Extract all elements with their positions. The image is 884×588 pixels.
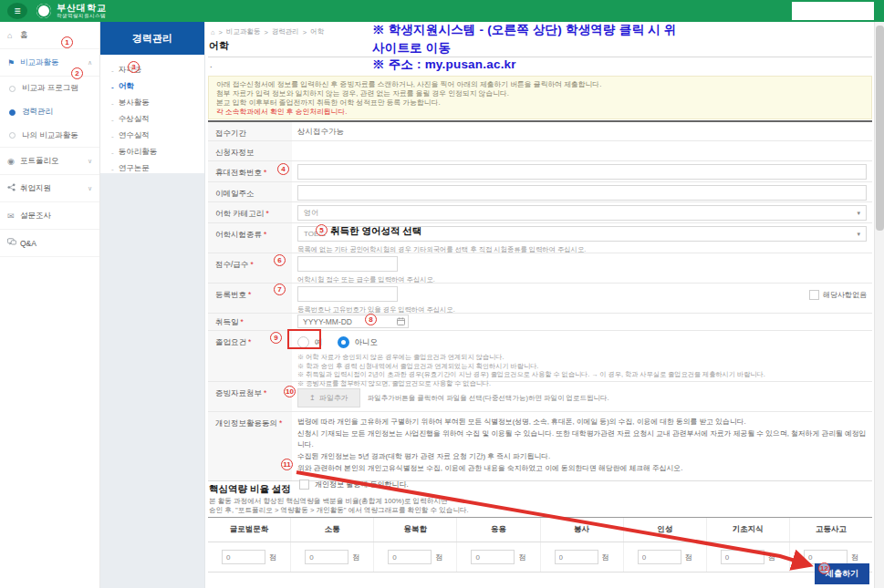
required-mark: * xyxy=(264,388,266,397)
stray-dot-text: . xyxy=(210,60,213,69)
submenu-item-volunteer[interactable]: -봉사활동 xyxy=(100,95,204,111)
sidebar-item-my-extracurricular[interactable]: 나의 비교과활동 xyxy=(0,124,99,148)
breadcrumb-item[interactable]: 비교과활동 xyxy=(226,27,261,36)
competency-col-header: 소통 xyxy=(291,518,374,542)
competency-input-row: 점 점 점 점 점 점 점 점 xyxy=(208,542,872,573)
score-input[interactable] xyxy=(297,256,398,272)
field-label: 개인정보활용동의* xyxy=(208,412,292,480)
phone-input[interactable] xyxy=(297,164,867,180)
dash-icon: - xyxy=(111,99,114,108)
competency-table: 글로벌문화 소통 융복합 응용 봉사 인성 기초지식 고등사고 점 점 점 점 … xyxy=(208,517,872,573)
required-mark: * xyxy=(250,260,253,269)
sidebar-item-career-management[interactable]: 경력관리 xyxy=(0,100,99,124)
sidebar-item-label: 나의 비교과활동 xyxy=(22,130,78,141)
step-annotation-12: 12 xyxy=(818,562,830,574)
privacy-paragraph: 위와 관련하여 본인의 개인고유식별정보 수집, 이용에 관한 내용을 숙지하였… xyxy=(297,463,867,474)
note-line: ※ 취득일과 입력시점이 2년이 초과한 경우(유효기간이 지난 경우) 졸업요… xyxy=(297,370,867,379)
attachment-helper: 파일추가버튼을 클릭하여 파일을 선택(다중선택가능)하면 파일이 업로드됩니다… xyxy=(368,394,609,403)
sidebar-item-portfolio[interactable]: ◉ 포트폴리오 ∨ xyxy=(0,148,99,175)
notice-line: 본교 입학 이후부터 졸업전까지 취득한 어학 성적표만 등록 가능합니다. xyxy=(216,98,864,108)
sidebar-item-extra-program[interactable]: 비교과 프로그램 xyxy=(0,77,99,100)
submenu-filler xyxy=(100,173,204,588)
submenu-item-label: 봉사활동 xyxy=(119,98,150,108)
page-title: 어학 xyxy=(209,39,229,53)
user-info-masked-area xyxy=(792,2,874,20)
step-annotation-7: 7 xyxy=(274,284,286,295)
competency-col-header: 글로벌문화 xyxy=(208,518,291,542)
sidebar-item-employment[interactable]: 취업지원 ∨ xyxy=(0,175,99,202)
notice-line: 아래 접수신청서에 정보를 입력하신 후 증빙자료를 스캔하거나, 사진을 찍어… xyxy=(216,80,864,89)
chevron-down-icon[interactable]: ∨ xyxy=(88,158,92,165)
submenu-item-certificate[interactable]: -자격증 xyxy=(100,62,204,78)
chevron-down-icon[interactable]: ∨ xyxy=(88,185,92,192)
submenu-item-club[interactable]: -동아리활동 xyxy=(100,144,204,160)
submenu-item-language[interactable]: -어학 xyxy=(100,78,204,95)
step-annotation-11: 11 xyxy=(281,459,293,470)
privacy-paragraph: 수집된 개인정보는 5년 경과(대학 평가 관련 자료 요청 기간) 후 즉시 … xyxy=(297,451,867,462)
main-content: ⌂ > 비교과활동 > 경력관리 > 어학 어학 . 아래 접수신청서에 정보를… xyxy=(205,22,884,588)
required-mark: * xyxy=(248,290,251,299)
caret-down-icon: ▾ xyxy=(857,227,860,241)
unit-label: 점 xyxy=(768,552,775,562)
acquisition-date-input[interactable] xyxy=(297,315,409,328)
competency-input[interactable] xyxy=(305,550,348,564)
calendar-icon[interactable] xyxy=(397,317,405,327)
field-label: 어학시험종류* xyxy=(208,223,292,253)
breadcrumb-item[interactable]: 어학 xyxy=(310,27,324,36)
radio-bullet-selected-icon xyxy=(9,109,16,116)
row-reception-period: 접수기간 상시접수가능 xyxy=(208,122,872,141)
sidebar-item-qna[interactable]: Q&A xyxy=(0,230,99,257)
required-mark: * xyxy=(241,317,244,326)
step-annotation-2: 2 xyxy=(71,67,83,79)
field-label: 취득일* xyxy=(208,314,292,330)
competency-desc: 본 활동 과정에서 향상된 핵심역량을 백분율 비율(총합계 100%)로 입력… xyxy=(209,497,448,506)
divider xyxy=(208,57,872,57)
hamburger-menu-icon[interactable]: ≡ xyxy=(7,3,27,19)
sidebar-item-survey[interactable]: ✉ 설문조사 xyxy=(0,202,99,230)
competency-col-header: 응용 xyxy=(457,518,540,542)
submenu-item-award[interactable]: -수상실적 xyxy=(100,111,204,128)
submenu-item-label: 연수실적 xyxy=(119,130,150,141)
row-email: 이메일주소 xyxy=(208,182,872,202)
breadcrumb-sep: > xyxy=(303,28,307,36)
vertical-scrollbar[interactable] xyxy=(874,22,884,588)
row-attachment: 증빙자료첨부* ↥ 파일추가 파일추가버튼을 클릭하여 파일을 선택(다중선택가… xyxy=(208,382,872,412)
sidebar-item-home[interactable]: ⌂ 홈 xyxy=(0,22,99,49)
career-submenu: 경력관리 -자격증 -어학 -봉사활동 -수상실적 -연수실적 -동아리활동 -… xyxy=(100,22,205,588)
privacy-agree-checkbox[interactable] xyxy=(299,480,309,490)
scrollbar-thumb[interactable] xyxy=(876,26,884,231)
step-annotation-6: 6 xyxy=(274,254,286,266)
radio-bullet-icon xyxy=(9,86,16,92)
home-icon[interactable]: ⌂ xyxy=(211,28,215,36)
chevron-up-icon[interactable]: ∧ xyxy=(88,59,92,67)
unit-label: 점 xyxy=(269,552,276,562)
dash-icon: - xyxy=(111,83,114,91)
field-label: 증빙자료첨부* xyxy=(208,382,292,411)
graduation-no-radio[interactable] xyxy=(338,336,349,348)
dash-icon: - xyxy=(111,132,114,140)
note-line: ※ 학과 승인 후 경력 신청내역에서 졸업요건과 연계되었는지 확인하시기 바… xyxy=(297,362,867,371)
competency-input[interactable] xyxy=(471,550,515,564)
language-category-select[interactable]: 영어 ▾ xyxy=(297,205,867,221)
app-window: ≡ 부산대학교 학생역량지원시스템 ⌂ 홈 ⚑ 비교과활동 ∧ 비교과 프로그램… xyxy=(0,0,884,588)
competency-input[interactable] xyxy=(638,550,681,564)
sidebar-item-extracurricular[interactable]: ⚑ 비교과활동 ∧ xyxy=(0,49,99,77)
competency-col-header: 봉사 xyxy=(541,518,624,542)
annotation-note-line2: 사이트로 이동 xyxy=(372,40,451,57)
not-applicable-checkbox[interactable] xyxy=(809,290,819,300)
step-annotation-9: 9 xyxy=(270,332,282,344)
step-annotation-3: 3 xyxy=(128,61,140,73)
submenu-item-training[interactable]: -연수실적 xyxy=(100,128,204,144)
breadcrumb-item[interactable]: 경력관리 xyxy=(272,27,299,36)
registration-number-input[interactable] xyxy=(297,286,398,302)
unit-label: 점 xyxy=(352,552,359,562)
sidebar-item-label: Q&A xyxy=(20,239,36,248)
add-file-button[interactable]: ↥ 파일추가 xyxy=(297,388,360,407)
competency-input[interactable] xyxy=(721,550,764,564)
sidebar: ⌂ 홈 ⚑ 비교과활동 ∧ 비교과 프로그램 경력관리 나의 비교과활동 ◉ 포… xyxy=(0,22,100,588)
notice-box: 아래 접수신청서에 정보를 입력하신 후 증빙자료를 스캔하거나, 사진을 찍어… xyxy=(208,76,872,119)
competency-input[interactable] xyxy=(388,550,432,564)
competency-input[interactable] xyxy=(555,550,598,564)
email-input[interactable] xyxy=(297,185,867,201)
competency-input[interactable] xyxy=(222,550,265,564)
